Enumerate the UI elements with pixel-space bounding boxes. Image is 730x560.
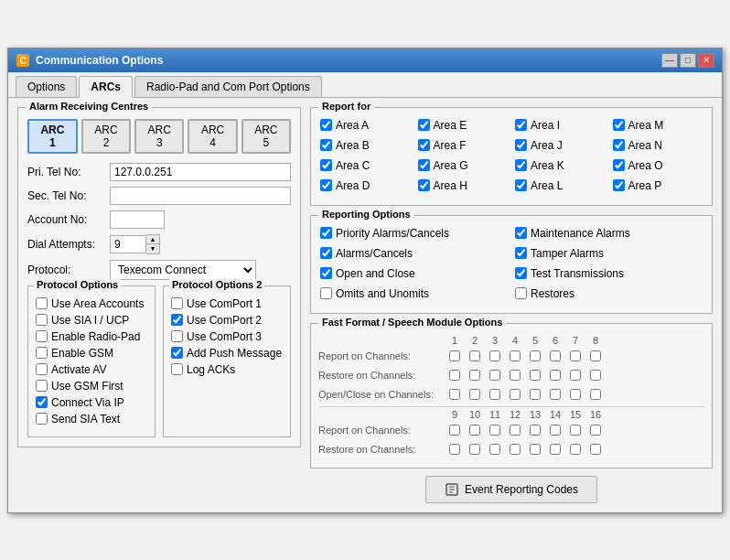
log-acks-cb[interactable] xyxy=(171,363,183,375)
area-l-cb[interactable] xyxy=(515,179,527,191)
dial-attempts-input[interactable] xyxy=(110,235,146,253)
ff-oc-1-2[interactable] xyxy=(469,389,480,400)
enable-gsm-cb[interactable] xyxy=(36,347,48,359)
use-area-accounts-cb[interactable] xyxy=(36,297,48,309)
area-d-cb[interactable] xyxy=(320,179,332,191)
area-p-cb[interactable] xyxy=(613,179,625,191)
area-j-cb[interactable] xyxy=(515,139,527,151)
use-sia-ucp-cb[interactable] xyxy=(36,314,48,326)
connect-via-ip-cb[interactable] xyxy=(36,396,48,408)
spinbox-down[interactable]: ▼ xyxy=(146,244,159,253)
send-sia-text-cb[interactable] xyxy=(36,413,48,425)
ff-oc-1-1[interactable] xyxy=(449,389,460,400)
area-i-cb[interactable] xyxy=(515,119,527,131)
area-b-cb[interactable] xyxy=(320,139,332,151)
arc-btn-5[interactable]: ARC 5 xyxy=(242,119,291,154)
alarm-receiving-centres-box: Alarm Receiving Centres ARC 1 ARC 2 ARC … xyxy=(17,107,301,447)
ff-restore-1-8[interactable] xyxy=(590,370,601,381)
ff-report-2-6[interactable] xyxy=(550,425,561,436)
ff-report-1-7[interactable] xyxy=(570,350,581,361)
use-comport1-cb[interactable] xyxy=(171,297,183,309)
ff-report-2-5[interactable] xyxy=(530,425,541,436)
ff-report-2-2[interactable] xyxy=(469,425,480,436)
ff-report-1-8[interactable] xyxy=(590,350,601,361)
ff-restore-2-7[interactable] xyxy=(570,444,581,455)
event-reporting-codes-button[interactable]: Event Reporting Codes xyxy=(425,476,597,503)
ff-report-1-1[interactable] xyxy=(449,350,460,361)
arc-btn-1[interactable]: ARC 1 xyxy=(27,119,78,154)
window-title: Communication Options xyxy=(36,54,163,67)
area-c-cb[interactable] xyxy=(320,159,332,171)
ff-report-2-3[interactable] xyxy=(489,425,500,436)
pri-tel-input[interactable] xyxy=(110,163,291,181)
ff-restore-2-6[interactable] xyxy=(550,444,561,455)
ff-report-2-7[interactable] xyxy=(570,425,581,436)
ff-restore-1-3[interactable] xyxy=(489,370,500,381)
omits-unomits-cb[interactable] xyxy=(320,287,332,299)
tamper-alarms-label: Tamper Alarms xyxy=(531,247,604,260)
ff-restore-1-6[interactable] xyxy=(550,370,561,381)
area-a-cb[interactable] xyxy=(320,119,332,131)
ff-restore-1-2[interactable] xyxy=(469,370,480,381)
use-comport3-cb[interactable] xyxy=(171,330,183,342)
ff-report-2-4[interactable] xyxy=(510,425,521,436)
area-o-cb[interactable] xyxy=(613,159,625,171)
add-push-message-cb[interactable] xyxy=(171,347,183,359)
area-k-cb[interactable] xyxy=(515,159,527,171)
area-f-cb[interactable] xyxy=(418,139,430,151)
activate-av-cb[interactable] xyxy=(36,363,48,375)
enable-radio-pad-cb[interactable] xyxy=(36,330,48,342)
ff-restore-2-4[interactable] xyxy=(510,444,521,455)
ff-restore-1-1[interactable] xyxy=(449,370,460,381)
ff-report-2-8[interactable] xyxy=(590,425,601,436)
ff-restore-1-5[interactable] xyxy=(530,370,541,381)
tab-arcs[interactable]: ARCs xyxy=(79,76,133,98)
ff-oc-1-4[interactable] xyxy=(510,389,521,400)
ff-restore-1-4[interactable] xyxy=(510,370,521,381)
ff-restore-1-7[interactable] xyxy=(570,370,581,381)
use-gsm-first-cb[interactable] xyxy=(36,380,48,392)
ff-oc-1-5[interactable] xyxy=(530,389,541,400)
ff-oc-1-6[interactable] xyxy=(550,389,561,400)
arc-btn-3[interactable]: ARC 3 xyxy=(134,119,184,154)
restores-cb[interactable] xyxy=(515,287,527,299)
minimize-button[interactable]: — xyxy=(661,53,678,68)
area-e-cb[interactable] xyxy=(418,119,430,131)
ff-report-1-3[interactable] xyxy=(489,350,500,361)
alarms-cancels-cb[interactable] xyxy=(320,247,332,259)
maximize-button[interactable]: □ xyxy=(680,53,696,68)
ff-oc-1-3[interactable] xyxy=(489,389,500,400)
open-close-cb[interactable] xyxy=(320,267,332,279)
ff-report-1-4[interactable] xyxy=(510,350,521,361)
spinbox-up[interactable]: ▲ xyxy=(146,235,159,244)
tab-options[interactable]: Options xyxy=(16,76,77,97)
ff-restore-2-2[interactable] xyxy=(469,444,480,455)
ff-report-2-1[interactable] xyxy=(449,425,460,436)
ff-restore-2-3[interactable] xyxy=(489,444,500,455)
area-h-cb[interactable] xyxy=(418,179,430,191)
ff-oc-1-7[interactable] xyxy=(570,389,581,400)
area-n-cb[interactable] xyxy=(613,139,625,151)
ff-restore-2-8[interactable] xyxy=(590,444,601,455)
ff-report-1-5[interactable] xyxy=(530,350,541,361)
ff-report-1-6[interactable] xyxy=(550,350,561,361)
ff-restore-2-5[interactable] xyxy=(530,444,541,455)
arc-btn-2[interactable]: ARC 2 xyxy=(81,119,131,154)
area-g-cb[interactable] xyxy=(418,159,430,171)
tamper-alarms-cb[interactable] xyxy=(515,247,527,259)
protocol-select[interactable]: Texecom Connect SIA IP Contact ID Fast F… xyxy=(110,260,256,280)
ff-oc-1-8[interactable] xyxy=(590,389,601,400)
ff-restore-2-1[interactable] xyxy=(449,444,460,455)
test-transmissions-cb[interactable] xyxy=(515,267,527,279)
maintenance-alarms-cb[interactable] xyxy=(515,227,527,239)
area-m-cb[interactable] xyxy=(613,119,625,131)
priority-alarms-cb[interactable] xyxy=(320,227,332,239)
sec-tel-input[interactable] xyxy=(110,187,291,205)
close-button[interactable]: ✕ xyxy=(698,53,714,68)
tab-radio-pad[interactable]: Radio-Pad and Com Port Options xyxy=(134,76,322,97)
ff-report-1-2[interactable] xyxy=(469,350,480,361)
arc-btn-4[interactable]: ARC 4 xyxy=(188,119,237,154)
use-comport2-cb[interactable] xyxy=(171,314,183,326)
account-input[interactable] xyxy=(110,210,165,229)
report-for-label: Report for xyxy=(318,101,374,112)
